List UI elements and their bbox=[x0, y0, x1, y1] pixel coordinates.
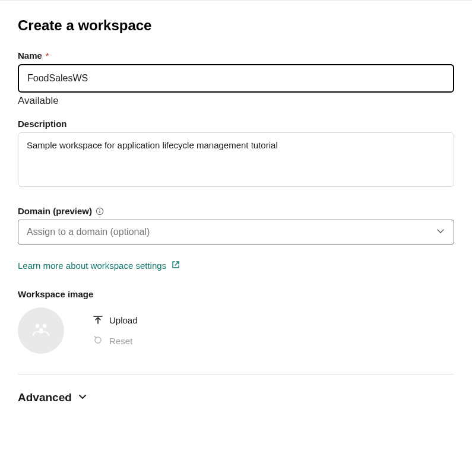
divider bbox=[18, 374, 454, 375]
advanced-toggle[interactable]: Advanced bbox=[18, 391, 87, 404]
upload-label: Upload bbox=[109, 315, 138, 325]
learn-more-link[interactable]: Learn more about workspace settings bbox=[18, 260, 180, 271]
chevron-down-icon bbox=[78, 391, 87, 404]
description-label: Description bbox=[18, 119, 454, 129]
name-label: Name * bbox=[18, 50, 454, 61]
name-status: Available bbox=[18, 95, 454, 107]
reset-button: Reset bbox=[93, 335, 138, 347]
name-input[interactable] bbox=[18, 64, 454, 93]
domain-label: Domain (preview) bbox=[18, 206, 454, 216]
svg-point-3 bbox=[36, 324, 39, 328]
svg-point-1 bbox=[99, 209, 100, 210]
workspace-image-avatar[interactable] bbox=[18, 307, 64, 354]
domain-select[interactable]: Assign to a domain (optional) bbox=[18, 220, 454, 245]
name-label-text: Name bbox=[18, 50, 42, 61]
info-icon[interactable] bbox=[96, 207, 104, 215]
external-link-icon bbox=[171, 260, 180, 271]
page-title: Create a workspace bbox=[18, 17, 454, 34]
svg-rect-2 bbox=[99, 211, 100, 213]
reset-icon bbox=[93, 335, 103, 347]
upload-button[interactable]: Upload bbox=[93, 314, 138, 326]
required-star: * bbox=[46, 50, 49, 61]
domain-label-text: Domain (preview) bbox=[18, 206, 92, 216]
learn-more-text: Learn more about workspace settings bbox=[18, 261, 166, 271]
description-input[interactable]: Sample workspace for application lifecyc… bbox=[18, 132, 454, 187]
advanced-label: Advanced bbox=[18, 391, 72, 404]
svg-point-4 bbox=[43, 324, 46, 328]
chevron-down-icon bbox=[436, 226, 445, 238]
domain-placeholder: Assign to a domain (optional) bbox=[27, 227, 150, 237]
reset-label: Reset bbox=[109, 336, 132, 346]
svg-point-5 bbox=[39, 328, 43, 332]
upload-icon bbox=[93, 314, 103, 326]
workspace-image-label: Workspace image bbox=[18, 289, 454, 299]
people-icon bbox=[30, 319, 52, 342]
